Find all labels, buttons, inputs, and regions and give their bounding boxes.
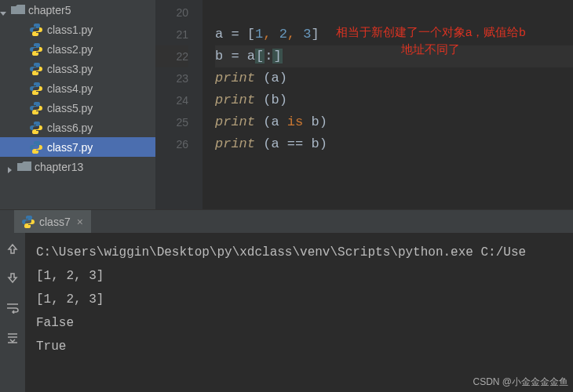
python-icon (30, 43, 42, 56)
arrow-up-icon[interactable] (5, 241, 20, 256)
console-line: False (36, 311, 562, 335)
line-number: 21 (155, 24, 188, 45)
python-icon (22, 216, 35, 228)
console-toolbar (0, 233, 25, 392)
line-number: 25 (155, 111, 188, 133)
tree-label: class1.py (47, 24, 93, 36)
code-line (215, 2, 573, 24)
line-number: 24 (155, 89, 188, 111)
code-editor[interactable]: 20 21 22 23 24 25 26 a = [1, 2, 3] b = a… (155, 0, 573, 209)
folder-icon (11, 5, 24, 16)
chevron-right-icon (6, 163, 14, 171)
line-number: 20 (155, 2, 188, 24)
line-number: 26 (155, 133, 188, 155)
project-tree[interactable]: chapter5 class1.py class2.py class3.py c… (0, 0, 155, 209)
code-line: print (a == b) (215, 133, 573, 155)
tree-file-class6[interactable]: class6.py (0, 118, 155, 137)
tree-file-class3[interactable]: class3.py (0, 59, 155, 78)
tree-label: class4.py (47, 82, 93, 95)
tree-file-class2[interactable]: class2.py (0, 39, 155, 59)
arrow-down-icon[interactable] (5, 270, 20, 286)
tab-label: class7 (39, 216, 71, 228)
python-icon (30, 24, 42, 36)
console-line: [1, 2, 3] (36, 288, 562, 311)
python-icon (30, 63, 42, 75)
watermark: CSDN @小金金金金鱼 (473, 376, 568, 389)
console-line: [1, 2, 3] (36, 264, 562, 288)
tree-label: class7.py (47, 141, 93, 154)
tree-label: class3.py (47, 63, 93, 75)
editor-content[interactable]: a = [1, 2, 3] b = a[:] print (a) print (… (203, 0, 573, 209)
code-line: print (b) (215, 89, 573, 111)
code-line: print (a is b) (215, 111, 573, 133)
tree-file-class5[interactable]: class5.py (0, 98, 155, 118)
python-icon (30, 141, 42, 154)
tree-file-class1[interactable]: class1.py (0, 20, 155, 39)
run-tab-bar: class7 × (0, 209, 573, 233)
run-tab-class7[interactable]: class7 × (14, 210, 91, 233)
tree-label: class5.py (47, 102, 93, 114)
line-number: 22 (155, 45, 188, 67)
tree-label: class2.py (47, 43, 93, 56)
console-output[interactable]: C:\Users\wiggin\Desktop\py\xdclass\venv\… (25, 233, 573, 392)
tree-file-class4[interactable]: class4.py (0, 78, 155, 98)
tree-file-class7[interactable]: class7.py (0, 137, 155, 157)
line-number: 23 (155, 67, 188, 89)
code-line: print (a) (215, 67, 573, 89)
console-line: True (36, 335, 562, 358)
folder-icon (17, 162, 30, 172)
close-icon[interactable]: × (77, 216, 83, 228)
tree-folder-chapter13[interactable]: chapter13 (0, 157, 155, 176)
python-icon (30, 82, 42, 95)
console-line: C:\Users\wiggin\Desktop\py\xdclass\venv\… (36, 241, 562, 264)
tree-label: chapter13 (35, 161, 83, 173)
chevron-down-icon (0, 6, 8, 14)
annotation-text: 相当于新创建了一个对象a，赋值给b 地址不同了 (336, 24, 526, 58)
tree-folder-chapter5[interactable]: chapter5 (0, 0, 155, 20)
tree-label: chapter5 (28, 4, 71, 16)
python-icon (30, 102, 42, 114)
editor-gutter: 20 21 22 23 24 25 26 (155, 0, 203, 209)
soft-wrap-icon[interactable] (5, 300, 20, 316)
python-icon (30, 122, 42, 134)
tree-label: class6.py (47, 122, 93, 134)
scroll-to-end-icon[interactable] (5, 330, 20, 346)
